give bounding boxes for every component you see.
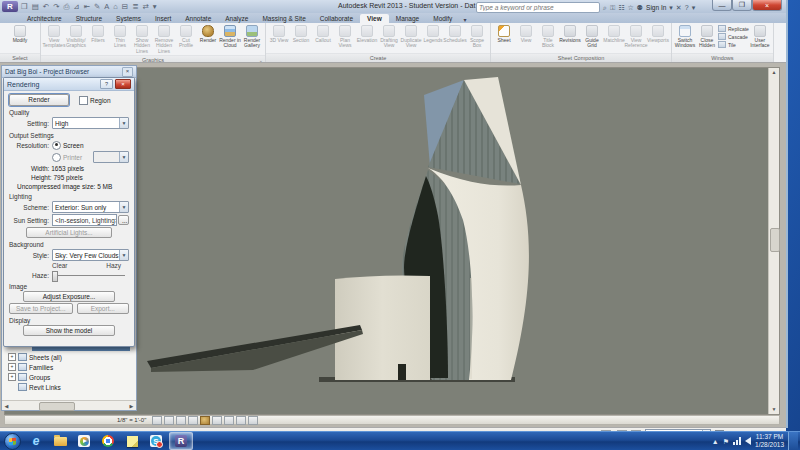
help-icon[interactable]: ?	[685, 4, 689, 11]
show-desktop-button[interactable]	[788, 432, 798, 450]
tab-systems[interactable]: Systems	[109, 14, 148, 23]
tree-item-sheets-all[interactable]: +Sheets (all)	[2, 352, 136, 362]
ribbon-button-show-hidden-lines[interactable]: Show Hidden Lines	[131, 24, 153, 54]
text-icon[interactable]: A	[103, 3, 110, 11]
ribbon-button-render-gallery[interactable]: Render Gallery	[241, 24, 263, 49]
tray-clock[interactable]: 11:37 PM1/28/2013	[755, 433, 784, 449]
show-the-model-button[interactable]: Show the model	[23, 325, 115, 336]
show-rendering-dialog-icon[interactable]	[200, 416, 210, 425]
communication-center-icon[interactable]: ☷	[618, 4, 624, 11]
ribbon-button-schedules[interactable]: Schedules	[444, 24, 466, 43]
action-center-flag-icon[interactable]: ⚑	[723, 438, 729, 445]
ribbon-button-duplicate-view[interactable]: Duplicate View	[400, 24, 422, 49]
detail-level-icon[interactable]	[152, 416, 162, 425]
measure-icon[interactable]: ⊿	[72, 3, 80, 11]
minimize-button[interactable]: —	[712, 0, 732, 11]
ribbon-button-elevation[interactable]: Elevation	[356, 24, 378, 43]
save-icon[interactable]: ▤	[31, 3, 40, 11]
ribbon-button-view-reference[interactable]: View Reference	[625, 24, 647, 49]
ribbon-button-switch-windows[interactable]: Switch Windows	[674, 24, 696, 49]
section-icon[interactable]: ⊟	[121, 3, 129, 11]
taskbar-item-internet-explorer[interactable]: e	[25, 433, 47, 449]
expand-icon[interactable]: +	[8, 373, 16, 381]
taskbar-item-skype[interactable]: S	[145, 433, 167, 449]
sign-in-button[interactable]: Sign In	[646, 4, 666, 11]
project-browser-hscrollbar[interactable]: ◀ ▶	[2, 400, 136, 410]
region-checkbox[interactable]	[79, 96, 88, 105]
ribbon-button-revisions[interactable]: Revisions	[559, 24, 581, 43]
tree-item-families[interactable]: +Families	[2, 362, 136, 372]
ribbon-button-tile[interactable]: Tile	[718, 41, 749, 48]
sun-path-icon[interactable]	[176, 416, 186, 425]
rendering-dialog-titlebar[interactable]: Rendering ? ×	[4, 78, 134, 91]
ribbon-button-thin-lines[interactable]: Thin Lines	[109, 24, 131, 49]
taskbar-item-sticky-notes[interactable]	[121, 433, 143, 449]
save-to-project-button[interactable]: Save to Project...	[9, 303, 73, 314]
ribbon-button-render[interactable]: Render	[197, 24, 219, 43]
ribbon-button-replicate[interactable]: Replicate	[718, 25, 749, 32]
show-crop-region-icon[interactable]	[224, 416, 234, 425]
ribbon-button-guide-grid[interactable]: Guide Grid	[581, 24, 603, 49]
export-button[interactable]: Export...	[77, 303, 129, 314]
sun-setting-browse-button[interactable]: ...	[118, 215, 129, 225]
ribbon-button-viewports[interactable]: Viewports	[647, 24, 669, 43]
ribbon-button-matchline[interactable]: Matchline	[603, 24, 625, 43]
user-icon[interactable]: ⚉	[637, 4, 643, 11]
binoculars-icon[interactable]: ⌕	[603, 4, 607, 11]
adjust-exposure-button[interactable]: Adjust Exposure...	[23, 291, 115, 302]
expand-icon[interactable]: +	[8, 353, 16, 361]
scrollbar-thumb[interactable]	[770, 228, 780, 252]
scroll-down-arrow[interactable]: ▼	[770, 405, 778, 414]
tab-annotate[interactable]: Annotate	[178, 14, 218, 23]
expand-icon[interactable]: +	[8, 363, 16, 371]
application-menu-button[interactable]: R	[2, 1, 18, 12]
exchange-apps-icon[interactable]: ✕	[676, 4, 682, 11]
ribbon-button-drafting-view[interactable]: Drafting View	[378, 24, 400, 49]
sync-icon[interactable]: ⇄	[141, 3, 149, 11]
haze-slider-thumb[interactable]	[52, 271, 58, 282]
maximize-button[interactable]: ❐	[732, 0, 752, 11]
hscroll-left-arrow[interactable]: ◀	[2, 403, 11, 409]
printer-radio[interactable]	[52, 153, 61, 162]
taskbar-item-media-player[interactable]	[73, 433, 95, 449]
help-dropdown-icon[interactable]: ▾	[692, 4, 696, 11]
scale-control[interactable]: 1/8" = 1'-0"	[117, 417, 146, 423]
lighting-scheme-select[interactable]: Exterior: Sun only▼	[52, 201, 129, 213]
tree-item-revit-links[interactable]: Revit Links	[2, 382, 136, 392]
speaker-icon[interactable]	[745, 437, 751, 445]
ribbon-button-cut-profile[interactable]: Cut Profile	[175, 24, 197, 49]
artificial-lights-button[interactable]: Artificial Lights...	[26, 227, 112, 238]
network-icon[interactable]	[733, 437, 741, 445]
ribbon-button-visibility-graphics[interactable]: Visibility/ Graphics	[65, 24, 87, 49]
redo-icon[interactable]: ↷	[52, 3, 60, 11]
favorites-icon[interactable]: ☆	[628, 4, 634, 11]
open-icon[interactable]: ❒	[20, 3, 29, 11]
taskbar-item-chrome[interactable]	[97, 433, 119, 449]
ribbon-button-user-interface[interactable]: User Interface	[749, 24, 771, 49]
key-icon[interactable]: ⚿	[610, 4, 615, 11]
background-style-select[interactable]: Sky: Very Few Clouds▼	[52, 249, 129, 261]
tag-icon[interactable]: ✎	[93, 3, 101, 11]
customize-icon[interactable]: ▾	[152, 3, 158, 11]
tab-manage[interactable]: Manage	[389, 14, 427, 23]
ribbon-button-view[interactable]: View	[515, 24, 537, 43]
panel-launcher-icon[interactable]: ⌄	[259, 56, 263, 63]
tab-collaborate[interactable]: Collaborate	[313, 14, 360, 23]
ribbon-button-filters[interactable]: Filters	[87, 24, 109, 43]
ribbon-button-close-hidden[interactable]: Close Hidden	[696, 24, 718, 49]
tab-analyze[interactable]: Analyze	[218, 14, 255, 23]
search-input[interactable]	[476, 2, 600, 13]
tab-architecture[interactable]: Architecture	[20, 14, 69, 23]
haze-slider[interactable]	[52, 271, 125, 280]
shadows-icon[interactable]	[188, 416, 198, 425]
ribbon-button-render-in-cloud[interactable]: Render in Cloud	[219, 24, 241, 49]
ribbon-button-sheet[interactable]: Sheet	[493, 24, 515, 43]
close-button[interactable]: ×	[752, 0, 782, 11]
tab-modify[interactable]: Modify	[426, 14, 459, 23]
print-icon[interactable]: ⎙	[62, 3, 70, 11]
tab-structure[interactable]: Structure	[69, 14, 109, 23]
ribbon-button-title-block[interactable]: Title Block	[537, 24, 559, 49]
default-3d-view-icon[interactable]: ⌂	[112, 3, 119, 11]
ribbon-button-plan-views[interactable]: Plan Views	[334, 24, 356, 49]
hscroll-right-arrow[interactable]: ▶	[127, 403, 136, 409]
